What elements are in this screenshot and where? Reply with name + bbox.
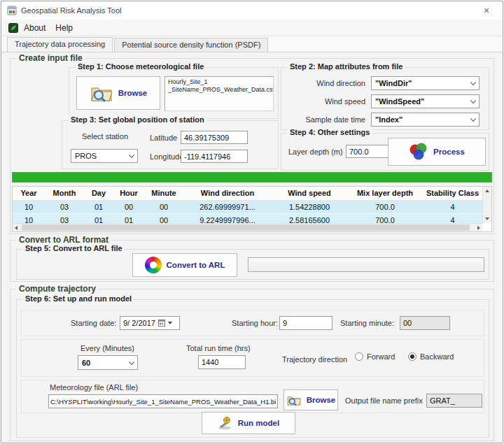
select-station-label: Select station [82, 132, 128, 141]
menu-about[interactable]: About [21, 22, 52, 34]
grid-cell: 01 [84, 214, 113, 223]
convert-to-arl-label: Convert to ARL [167, 261, 225, 269]
grid-row[interactable]: 10030101009.2249997996...2.58165600700.0… [13, 214, 482, 223]
grid-cell: 00 [144, 201, 183, 213]
backward-radio-label: Backward [420, 352, 454, 361]
grid-cell: 700.0 [347, 201, 423, 213]
grid-cell: 01 [84, 201, 113, 213]
grid-cell: 00 [113, 201, 144, 213]
scroll-left-icon[interactable] [15, 226, 18, 230]
grid-header-cell[interactable]: Wind speed [272, 187, 347, 200]
chevron-down-icon [470, 80, 476, 85]
wind-direction-select[interactable]: "WindDir" [371, 76, 479, 90]
radio-icon[interactable] [355, 352, 363, 361]
run-model-icon [218, 416, 233, 430]
grid-cell: 01 [113, 214, 144, 223]
tab-strip: Trajectory data processing Potential sou… [1, 36, 503, 52]
sample-date-time-select[interactable]: "Index" [371, 113, 479, 127]
window-title: Geospatial Risk Analysis Tool [21, 6, 121, 15]
grid-header-cell[interactable]: Month [45, 187, 84, 200]
grid-cell: 10 [13, 214, 45, 223]
step4-group: Step 4: Other settings Layer depth (m) P… [281, 133, 489, 171]
scrollbar-thumb[interactable] [22, 224, 470, 231]
step1-title: Step 1: Choose meteorological file [75, 62, 206, 71]
longitude-field[interactable] [181, 150, 248, 163]
total-run-time-label: Total run time (hrs) [186, 344, 251, 352]
process-button[interactable]: Process [388, 138, 486, 166]
starting-hour-field[interactable] [279, 316, 332, 330]
convert-to-arl-button[interactable]: Convert to ARL [132, 253, 237, 277]
grid-cell: 262.69999971... [183, 201, 272, 213]
starting-date-picker[interactable]: 9/ 2/2017 [120, 316, 180, 330]
menu-help[interactable]: Help [52, 22, 80, 34]
longitude-label: Longitude [150, 152, 183, 161]
wind-direction-value: "WindDir" [375, 79, 412, 87]
grid-vertical-scrollbar[interactable] [482, 187, 491, 223]
step3-group: Step 3: Set global position of station S… [62, 120, 279, 169]
meteo-file-name-line1: Hourly_Site_1 [168, 78, 270, 86]
sample-date-time-value: "Index" [375, 115, 402, 124]
tab-psdf[interactable]: Potential source density function (PSDF) [114, 38, 268, 52]
arl-browse-label: Browse [307, 396, 336, 404]
folder-search-icon [90, 83, 113, 103]
process-label: Process [433, 148, 465, 156]
convert-arl-title: Convert to ARL format [16, 235, 111, 245]
scroll-right-icon[interactable] [477, 226, 480, 230]
wind-speed-value: "WindSpeed" [375, 97, 424, 106]
grid-header-cell[interactable]: Hour [113, 187, 144, 200]
scroll-down-icon[interactable] [485, 217, 489, 220]
grid-horizontal-scrollbar[interactable] [13, 223, 482, 231]
tab-trajectory-data-processing[interactable]: Trajectory data processing [7, 37, 113, 52]
station-value: PROS [75, 152, 97, 160]
calendar-icon [158, 320, 165, 327]
meteo-file-name-line2: _SiteName_PROS_Weather_Data.csv [168, 86, 270, 94]
backward-radio[interactable]: Backward [408, 352, 454, 361]
radio-icon[interactable] [408, 352, 416, 361]
every-minutes-select[interactable]: 60 [78, 355, 138, 370]
forward-radio-label: Forward [367, 352, 395, 361]
grid-cell: 1.54228800 [272, 201, 347, 213]
compute-trajectory-title: Compute trajectory [16, 284, 99, 294]
title-bar: Geospatial Risk Analysis Tool × [1, 1, 503, 20]
grid-cell: 00 [144, 214, 183, 223]
forward-radio[interactable]: Forward [355, 352, 395, 361]
wind-direction-label: Wind direction [281, 79, 365, 87]
grid-header-cell[interactable]: Stability Class [423, 187, 482, 200]
step1-browse-button[interactable]: Browse [76, 76, 160, 110]
weather-data-grid: YearMonthDayHourMinuteWind directionWind… [12, 186, 492, 232]
grid-header-cell[interactable]: Day [84, 187, 113, 200]
arl-browse-button[interactable]: Browse [284, 389, 338, 410]
station-select[interactable]: PROS [71, 149, 138, 163]
menu-bar: About Help [1, 20, 503, 36]
met-file-label: Meteorology file (ARL file) [50, 383, 138, 392]
every-minutes-value: 60 [82, 359, 90, 367]
scroll-up-icon[interactable] [485, 189, 489, 192]
grid-row[interactable]: 1003010000262.69999971...1.54228800700.0… [13, 201, 482, 214]
starting-minute-field[interactable] [400, 316, 450, 330]
starting-date-value: 9/ 2/2017 [123, 319, 155, 327]
chevron-down-icon [129, 359, 134, 364]
grid-header-row: YearMonthDayHourMinuteWind directionWind… [13, 187, 482, 201]
process-progress-bar [12, 172, 492, 182]
met-file-path-field[interactable] [48, 394, 278, 408]
grid-header-cell[interactable]: Mix layer depth [347, 187, 423, 200]
step1-browse-label: Browse [118, 89, 148, 97]
grid-header-cell[interactable]: Year [13, 187, 45, 200]
run-model-button[interactable]: Run model [202, 412, 295, 434]
grid-header-cell[interactable]: Wind direction [183, 187, 272, 200]
grid-body: 1003010000262.69999971...1.54228800700.0… [13, 201, 482, 223]
wind-speed-select[interactable]: "WindSpeed" [371, 94, 479, 108]
compute-trajectory-group: Compute trajectory Step 6: Set up and ru… [10, 289, 494, 441]
meteo-file-name-box[interactable]: Hourly_Site_1 _SiteName_PROS_Weather_Dat… [164, 76, 274, 111]
starting-minute-label: Starting minute: [340, 319, 394, 327]
files-panel: Meteorology file (ARL file) Browse [21, 380, 484, 413]
grid-cell: 9.2249997996... [183, 214, 272, 223]
latitude-field[interactable] [181, 131, 248, 144]
total-run-time-field[interactable] [198, 355, 246, 369]
every-minutes-label: Every (Minutes) [80, 344, 134, 352]
output-prefix-field[interactable] [426, 394, 482, 408]
close-icon[interactable]: × [477, 3, 496, 17]
run-model-label: Run model [238, 419, 279, 427]
latitude-label: Latitude [150, 134, 177, 142]
grid-header-cell[interactable]: Minute [144, 187, 183, 200]
